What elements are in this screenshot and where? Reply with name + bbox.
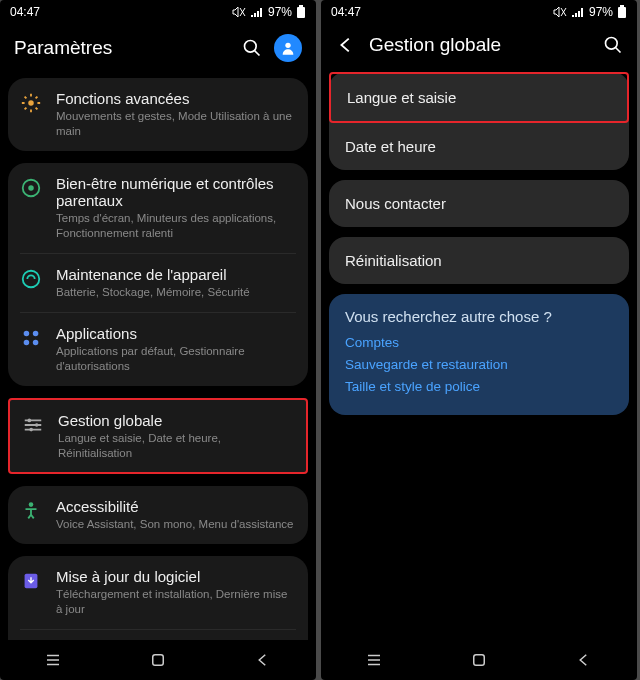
person-icon bbox=[280, 40, 296, 56]
item-sub: Applications par défaut, Gestionnaire d'… bbox=[56, 344, 296, 374]
item-title: Gestion globale bbox=[58, 412, 294, 429]
navbar bbox=[0, 640, 316, 680]
battery-icon bbox=[296, 5, 306, 19]
svg-point-4 bbox=[285, 43, 290, 48]
svg-point-5 bbox=[28, 100, 34, 106]
row-label: Langue et saisie bbox=[347, 89, 456, 106]
home-button[interactable] bbox=[470, 651, 488, 669]
row-label: Nous contacter bbox=[345, 195, 446, 212]
status-time: 04:47 bbox=[331, 5, 361, 19]
row-contact[interactable]: Nous contacter bbox=[329, 180, 629, 227]
svg-point-16 bbox=[28, 418, 32, 422]
back-button[interactable] bbox=[575, 651, 593, 669]
item-title: Accessibilité bbox=[56, 498, 296, 515]
row-label: Réinitialisation bbox=[345, 252, 442, 269]
svg-line-3 bbox=[255, 51, 260, 56]
settings-item-advanced[interactable]: Fonctions avancéesMouvements et gestes, … bbox=[8, 78, 308, 151]
back-icon[interactable] bbox=[335, 34, 357, 56]
settings-item-update[interactable]: Mise à jour du logicielTéléchargement et… bbox=[8, 556, 308, 629]
row-langue[interactable]: Langue et saisie bbox=[329, 72, 629, 123]
svg-rect-0 bbox=[297, 7, 305, 18]
svg-point-12 bbox=[33, 340, 39, 346]
settings-item-accessibility[interactable]: AccessibilitéVoice Assistant, Son mono, … bbox=[8, 486, 308, 544]
item-sub: Batterie, Stockage, Mémoire, Sécurité bbox=[56, 285, 296, 300]
search-suggestions: Vous recherchez autre chose ? Comptes Sa… bbox=[329, 294, 629, 415]
svg-rect-34 bbox=[474, 655, 485, 666]
mute-icon bbox=[553, 6, 567, 18]
search-icon[interactable] bbox=[242, 38, 262, 58]
home-button[interactable] bbox=[149, 651, 167, 669]
svg-rect-27 bbox=[618, 7, 626, 18]
item-title: Mise à jour du logiciel bbox=[56, 568, 296, 585]
status-icons: 97% bbox=[232, 5, 306, 19]
item-sub: Mouvements et gestes, Mode Utilisation à… bbox=[56, 109, 296, 139]
item-sub: Temps d'écran, Minuteurs des application… bbox=[56, 211, 296, 241]
apps-icon bbox=[20, 327, 42, 349]
accessibility-icon bbox=[20, 500, 42, 522]
svg-line-30 bbox=[616, 48, 621, 53]
battery-percent: 97% bbox=[268, 5, 292, 19]
header: Paramètres bbox=[0, 24, 316, 72]
mute-icon bbox=[232, 6, 246, 18]
highlight-box-gestion: Gestion globaleLangue et saisie, Date et… bbox=[8, 398, 308, 475]
battery-percent: 97% bbox=[589, 5, 613, 19]
phone-left: 04:47 97% Paramètres Fonctions avancéesM… bbox=[0, 0, 316, 680]
search-icon[interactable] bbox=[603, 35, 623, 55]
global-list: Langue et saisie Date et heure Nous cont… bbox=[321, 66, 637, 640]
suggestion-link-comptes[interactable]: Comptes bbox=[345, 335, 613, 350]
profile-button[interactable] bbox=[274, 34, 302, 62]
item-title: Fonctions avancées bbox=[56, 90, 296, 107]
battery-icon bbox=[617, 5, 627, 19]
status-bar: 04:47 97% bbox=[321, 0, 637, 24]
svg-point-17 bbox=[35, 423, 39, 427]
signal-icon bbox=[571, 7, 585, 17]
svg-point-8 bbox=[23, 271, 40, 288]
signal-icon bbox=[250, 7, 264, 17]
row-date[interactable]: Date et heure bbox=[329, 123, 629, 170]
svg-rect-1 bbox=[299, 5, 303, 7]
back-button[interactable] bbox=[254, 651, 272, 669]
navbar bbox=[321, 640, 637, 680]
status-bar: 04:47 97% bbox=[0, 0, 316, 24]
settings-item-wellbeing[interactable]: Bien-être numérique et contrôles parenta… bbox=[8, 163, 308, 253]
svg-point-2 bbox=[245, 41, 257, 53]
row-reset[interactable]: Réinitialisation bbox=[329, 237, 629, 284]
suggestion-link-sauvegarde[interactable]: Sauvegarde et restauration bbox=[345, 357, 613, 372]
item-title: Applications bbox=[56, 325, 296, 342]
svg-point-11 bbox=[24, 340, 30, 346]
settings-item-global[interactable]: Gestion globaleLangue et saisie, Date et… bbox=[10, 400, 306, 473]
settings-item-apps[interactable]: ApplicationsApplications par défaut, Ges… bbox=[20, 312, 296, 386]
status-time: 04:47 bbox=[10, 5, 40, 19]
wellbeing-icon bbox=[20, 177, 42, 199]
item-title: Maintenance de l'appareil bbox=[56, 266, 296, 283]
page-title: Gestion globale bbox=[369, 34, 591, 56]
page-title: Paramètres bbox=[14, 37, 230, 59]
svg-rect-26 bbox=[153, 655, 164, 666]
status-icons: 97% bbox=[553, 5, 627, 19]
svg-point-29 bbox=[606, 38, 618, 50]
svg-rect-28 bbox=[620, 5, 624, 7]
item-sub: Voice Assistant, Son mono, Menu d'assist… bbox=[56, 517, 296, 532]
suggestion-heading: Vous recherchez autre chose ? bbox=[345, 308, 613, 325]
recents-button[interactable] bbox=[365, 651, 383, 669]
suggestion-link-police[interactable]: Taille et style de police bbox=[345, 379, 613, 394]
header: Gestion globale bbox=[321, 24, 637, 66]
svg-point-7 bbox=[28, 185, 34, 191]
advanced-icon bbox=[20, 92, 42, 114]
settings-list: Fonctions avancéesMouvements et gestes, … bbox=[0, 72, 316, 640]
row-label: Date et heure bbox=[345, 138, 436, 155]
sliders-icon bbox=[22, 414, 44, 436]
item-sub: Langue et saisie, Date et heure, Réiniti… bbox=[58, 431, 294, 461]
phone-right: 04:47 97% Gestion globale Langue et sais… bbox=[321, 0, 637, 680]
settings-item-manual[interactable]: ? Mode d'emploiMode d'emploi bbox=[20, 629, 296, 640]
devicecare-icon bbox=[20, 268, 42, 290]
svg-point-10 bbox=[33, 330, 39, 336]
recents-button[interactable] bbox=[44, 651, 62, 669]
item-title: Bien-être numérique et contrôles parenta… bbox=[56, 175, 296, 209]
item-sub: Téléchargement et installation, Dernière… bbox=[56, 587, 296, 617]
svg-point-18 bbox=[29, 427, 33, 431]
settings-item-devicecare[interactable]: Maintenance de l'appareilBatterie, Stock… bbox=[20, 253, 296, 312]
svg-point-19 bbox=[29, 503, 34, 508]
svg-point-9 bbox=[24, 330, 30, 336]
update-icon bbox=[20, 570, 42, 592]
